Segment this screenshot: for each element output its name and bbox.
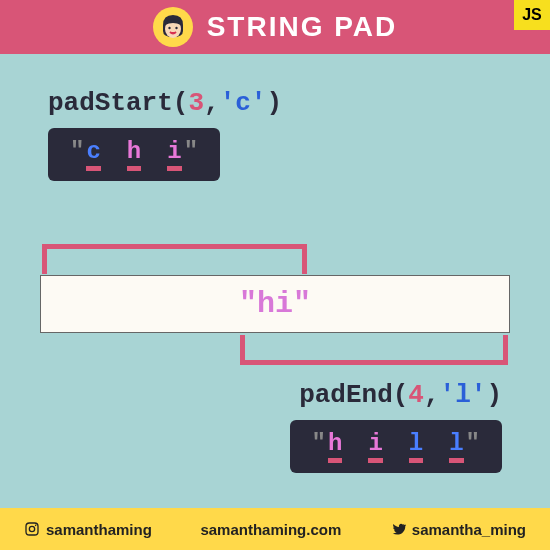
svg-point-5 (35, 525, 37, 527)
twitter-icon (390, 521, 406, 537)
instagram-icon (24, 521, 40, 537)
padstart-result: "chi" (48, 128, 220, 181)
padstart-arg-str: 'c' (220, 88, 267, 118)
padend-call: padEnd(4,'l') (290, 380, 502, 410)
js-badge: JS (514, 0, 550, 30)
result-char: h (127, 138, 141, 171)
website-text: samanthaming.com (200, 521, 341, 538)
header-bar: STRING PAD JS (0, 0, 550, 54)
padend-result: "hill" (290, 420, 502, 473)
padend-arg-str: 'l' (440, 380, 487, 410)
padend-fn: padEnd (299, 380, 393, 410)
twitter-text: samantha_ming (412, 521, 526, 538)
footer: samanthaming samanthaming.com samantha_m… (0, 508, 550, 550)
padend-section: padEnd(4,'l') "hill" (290, 380, 502, 473)
padend-arg-num: 4 (408, 380, 424, 410)
instagram-text: samanthaming (46, 521, 152, 538)
result-char: i (167, 138, 181, 171)
result-char: c (86, 138, 100, 171)
svg-point-4 (29, 526, 34, 531)
svg-point-2 (175, 27, 177, 29)
padstart-fn: padStart (48, 88, 173, 118)
bracket-top (42, 244, 307, 274)
bracket-bottom (240, 335, 508, 365)
avatar-face-icon (157, 11, 189, 43)
svg-point-1 (168, 27, 170, 29)
padstart-call: padStart(3,'c') (48, 88, 282, 118)
result-char: l (409, 430, 423, 463)
page-title: STRING PAD (207, 11, 398, 43)
twitter-handle: samantha_ming (390, 521, 526, 538)
avatar (153, 7, 193, 47)
padstart-arg-num: 3 (188, 88, 204, 118)
result-char: l (449, 430, 463, 463)
original-string-box: "hi" (40, 275, 510, 333)
original-string: hi (257, 287, 293, 321)
padstart-section: padStart(3,'c') "chi" (48, 88, 282, 181)
result-char: h (328, 430, 342, 463)
result-char: i (368, 430, 382, 463)
instagram-handle: samanthaming (24, 521, 152, 538)
